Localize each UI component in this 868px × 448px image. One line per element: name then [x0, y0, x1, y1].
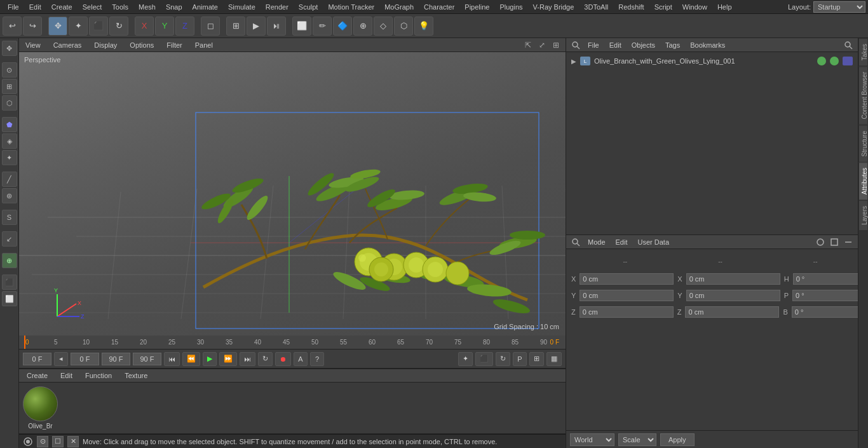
camera-button[interactable]: ⬡ [394, 17, 413, 36]
deform-button[interactable]: ◇ [374, 17, 393, 36]
lt-btn-11[interactable]: ⊕ [2, 253, 17, 268]
attr-input-z2[interactable] [685, 306, 779, 318]
scale-tool-button[interactable]: ⬛ [89, 17, 108, 36]
menu-create[interactable]: Create [46, 2, 78, 12]
next-frame-btn[interactable]: ⏩ [219, 352, 237, 366]
viewport-icon-layout[interactable]: ⊞ [550, 39, 562, 51]
lt-btn-8[interactable]: ⊛ [2, 188, 17, 203]
timeline-ruler[interactable]: 0 5 10 15 20 25 30 35 40 45 50 55 60 65 … [19, 336, 566, 350]
loop-btn[interactable]: ↻ [258, 352, 273, 366]
material-thumbnail[interactable] [23, 386, 58, 421]
auto-key-btn[interactable]: A [294, 352, 308, 366]
menu-animate[interactable]: Animate [187, 2, 223, 12]
menu-redshift[interactable]: Redshift [613, 2, 649, 12]
select-tool-button[interactable]: ✥ [48, 17, 67, 36]
menu-sculpt[interactable]: Sculpt [294, 2, 323, 12]
lt-btn-7[interactable]: ╱ [2, 172, 17, 187]
current-frame-input[interactable] [23, 353, 51, 365]
attr-input-x2[interactable] [686, 273, 780, 285]
lt-btn-4[interactable]: ⬟ [2, 117, 17, 132]
lt-btn-10[interactable]: ↙ [2, 231, 17, 247]
mat-menu-texture[interactable]: Texture [122, 370, 150, 381]
attr-input-x1[interactable] [580, 273, 674, 285]
tab-takes[interactable]: Takes [858, 38, 868, 66]
scale-tool-tl[interactable]: ⬛ [475, 352, 493, 366]
redo-button[interactable]: ↪ [23, 17, 42, 36]
render-view-button[interactable]: ▶ [247, 17, 266, 36]
rotate-tool-tl[interactable]: ↻ [496, 352, 510, 366]
scale-select[interactable]: Scale [618, 433, 656, 446]
array-button[interactable]: ⊕ [353, 17, 372, 36]
layout-select[interactable]: Startup Standard BP UV Edit [813, 1, 865, 13]
lt-btn-12[interactable]: ⬛ [2, 275, 17, 290]
menu-simulate[interactable]: Simulate [223, 2, 261, 12]
menu-pipeline[interactable]: Pipeline [459, 2, 494, 12]
attr-input-h[interactable] [793, 273, 868, 285]
play-btn[interactable]: ▶ [203, 352, 217, 366]
attr-input-b[interactable] [792, 306, 868, 318]
all-tool-tl[interactable]: ⊞ [529, 352, 544, 366]
lt-btn-0[interactable]: ✥ [2, 41, 17, 56]
tab-attributes[interactable]: Attributes [858, 162, 868, 200]
prev-keyframe-btn[interactable]: ◂ [54, 352, 68, 366]
pen-button[interactable]: ✏ [313, 17, 332, 36]
mat-menu-function[interactable]: Function [83, 370, 114, 381]
lt-btn-1[interactable]: ⊙ [2, 62, 17, 78]
lt-btn-6[interactable]: ✦ [2, 150, 17, 165]
lt-btn-3[interactable]: ⬡ [2, 95, 17, 111]
status-close-btn[interactable]: ✕ [67, 436, 79, 447]
menu-render[interactable]: Render [261, 2, 294, 12]
menu-vray[interactable]: V-Ray Bridge [528, 2, 580, 12]
to-end-btn[interactable]: ⏭ [240, 352, 255, 366]
x-axis-button[interactable]: X [135, 17, 154, 36]
menu-script[interactable]: Script [649, 2, 677, 12]
move-tool-tl[interactable]: ✦ [458, 352, 473, 366]
tab-structure[interactable]: Structure [858, 125, 868, 163]
coord-system-select[interactable]: World Object Local [570, 433, 614, 446]
menu-mograph[interactable]: MoGraph [379, 2, 419, 12]
viewport-3d[interactable]: Perspective Grid Spacing : 10 cm X Y Z [19, 52, 566, 336]
lt-btn-9[interactable]: S [2, 210, 17, 225]
move-tool-button[interactable]: ✦ [69, 17, 88, 36]
attr-input-p[interactable] [792, 290, 868, 301]
tab-layers[interactable]: Layers [858, 200, 868, 231]
key-all-btn[interactable]: ? [310, 352, 324, 366]
obj-menu-edit[interactable]: Edit [607, 40, 624, 50]
status-mode-btn[interactable]: ⊙ [37, 436, 48, 447]
obj-menu-tags[interactable]: Tags [663, 40, 682, 50]
viewport-menu-display[interactable]: Display [92, 40, 119, 50]
attr-input-z1[interactable] [580, 306, 674, 318]
mat-menu-create[interactable]: Create [24, 370, 50, 381]
start-frame-input[interactable] [71, 353, 99, 365]
obj-visibility-render[interactable] [830, 57, 839, 65]
obj-menu-file[interactable]: File [585, 40, 602, 50]
obj-visibility-upper[interactable] [817, 57, 826, 65]
menu-help[interactable]: Help [712, 2, 737, 12]
menu-file[interactable]: File [3, 2, 24, 12]
menu-character[interactable]: Character [419, 2, 459, 12]
status-window-btn[interactable]: ☐ [52, 436, 64, 447]
tab-content-browser[interactable]: Content Browser [858, 66, 868, 125]
lt-btn-13[interactable]: ⬜ [2, 291, 17, 306]
viewport-menu-filter[interactable]: Filter [164, 40, 184, 50]
rotate-tool-button[interactable]: ↻ [109, 17, 128, 36]
attr-menu-userdata[interactable]: User Data [635, 237, 672, 247]
undo-button[interactable]: ↩ [3, 17, 22, 36]
object-item-olive-branch[interactable]: ▶ L Olive_Branch_with_Green_Olives_Lying… [569, 55, 855, 67]
viewport-menu-panel[interactable]: Panel [193, 40, 215, 50]
y-axis-button[interactable]: Y [155, 17, 174, 36]
menu-3dtoall[interactable]: 3DToAll [579, 2, 613, 12]
menu-tools[interactable]: Tools [107, 2, 133, 12]
render-scene-button[interactable]: ⏯ [267, 17, 286, 36]
param-tool-tl[interactable]: P [513, 352, 527, 366]
viewport-icon-arrows[interactable]: ⤢ [536, 39, 548, 51]
viewport-menu-view[interactable]: View [23, 40, 43, 50]
lt-btn-5[interactable]: ◈ [2, 133, 17, 149]
cube-button[interactable]: ⬜ [292, 17, 311, 36]
light-button[interactable]: 💡 [414, 17, 433, 36]
attr-input-y1[interactable] [580, 290, 674, 301]
mat-menu-edit[interactable]: Edit [58, 370, 75, 381]
end-frame-input[interactable] [133, 353, 161, 365]
record-btn[interactable]: ⏺ [275, 352, 291, 366]
menu-motion-tracker[interactable]: Motion Tracker [323, 2, 379, 12]
